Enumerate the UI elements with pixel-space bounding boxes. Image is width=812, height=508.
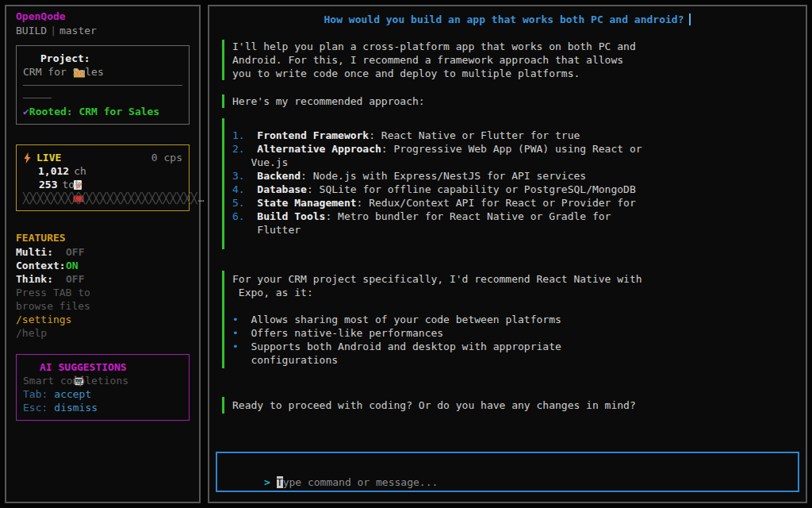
shortcut-row: Tab:accept	[23, 387, 182, 401]
prompt-icon: >	[264, 476, 270, 488]
chat-panel: How would you build an app that works bo…	[208, 5, 807, 503]
rooted-status: ✔Rooted: CRM for Sales	[23, 105, 182, 118]
ai-suggestions-subtitle: Smart completions	[23, 374, 182, 387]
input-placeholder: ype command or message...	[283, 476, 439, 488]
ai-suggestions-box: AI SUGGESTIONS Smart completions Tab:acc…	[16, 354, 190, 421]
tab-hint: browse files	[16, 299, 190, 313]
assistant-message: Here's my recommended approach:	[222, 94, 799, 108]
features-section: FEATURES Multi:OFFContext:ONThink:OFF Pr…	[16, 231, 190, 340]
activity-sparkline: ╳╳╳╳╳╳╳╳╳╳╳╳╳╳╳╳╳╳╳╳╳╳╳╳╳…	[23, 191, 182, 205]
assistant-message: Ready to proceed with coding? Or do you …	[222, 397, 799, 414]
ai-suggestions-title: AI SUGGESTIONS	[40, 360, 127, 374]
rooted-text: Rooted: CRM for Sales	[29, 105, 159, 118]
stream-cursor	[689, 13, 691, 25]
sidebar: OpenQode BUILD|master Project: CRM for S…	[5, 5, 201, 503]
live-stats-box: LIVE 0 cps 1,012 ch 253 tok ╳╳╳╳╳╳╳╳╳╳╳╳…	[16, 144, 190, 211]
check-icon: ✔	[23, 105, 29, 118]
git-branch-label: master	[59, 25, 97, 37]
live-label: LIVE	[36, 152, 61, 164]
input-cursor: T	[277, 476, 283, 488]
tab-hint: Press TAB to	[16, 286, 190, 299]
folder-icon	[23, 53, 36, 64]
tokens-stat: 253 tok	[23, 178, 182, 191]
command-input[interactable]: >Type command or message...	[216, 452, 799, 492]
cps-counter: 0 cps	[151, 152, 182, 164]
command-link-settings[interactable]: /settings	[16, 313, 190, 326]
divider-short	[23, 98, 52, 98]
feature-toggle: Think:OFF	[16, 272, 190, 286]
feature-toggle: Multi:OFF	[16, 245, 190, 259]
build-mode-label: BUILD	[16, 25, 47, 37]
project-label: Project:	[40, 52, 90, 65]
chars-stat: 1,012 ch	[23, 164, 182, 178]
assistant-message: For your CRM project specifically, I'd r…	[222, 271, 799, 368]
chat-transcript: How would you build an app that works bo…	[216, 13, 799, 414]
project-box: Project: CRM for Sales ✔Rooted: CRM for …	[16, 45, 190, 125]
robot-icon	[23, 362, 35, 373]
app-title: OpenQode	[16, 10, 190, 24]
memo-icon	[23, 166, 33, 177]
subtitle-separator: |	[47, 25, 59, 37]
command-link-help[interactable]: /help	[16, 326, 190, 340]
assistant-message: 1. Frontend Framework: React Native or F…	[222, 118, 799, 249]
assistant-message: I'll help you plan a cross-platform app …	[222, 40, 799, 80]
feature-toggle: Context:ON	[16, 259, 190, 272]
ticket-icon	[23, 179, 34, 190]
lightning-icon	[23, 152, 32, 164]
user-message: How would you build an app that works bo…	[216, 13, 799, 26]
features-title: FEATURES	[16, 231, 190, 245]
shortcut-row: Esc:dismiss	[23, 401, 182, 414]
project-name: CRM for Sales	[23, 65, 182, 79]
app-subtitle: BUILD|master	[16, 24, 190, 38]
